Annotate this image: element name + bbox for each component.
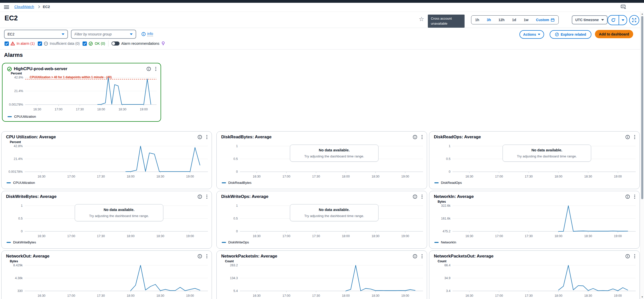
chart-legend[interactable]: DiskWriteOps [222, 240, 249, 244]
metric-card-disk-read-ops: DiskReadOps: Average10.5016:3017:0017:30… [429, 131, 640, 189]
svg-text:16:30: 16:30 [33, 108, 41, 111]
metric-card-disk-write-bytes: DiskWriteBytes: Average10.5016:3017:0017… [1, 191, 212, 249]
svg-text:322.6k: 322.6k [441, 204, 450, 207]
alarm-card: HighCPU-prod-web-serverPercent42.8%21.4%… [2, 63, 161, 122]
svg-text:0: 0 [236, 230, 238, 233]
in-alarm-checkbox[interactable] [5, 41, 9, 46]
svg-text:330: 330 [17, 289, 23, 293]
refresh-icon[interactable] [608, 16, 619, 25]
add-to-dashboard-button[interactable]: Add to dashboard [595, 30, 633, 38]
scrollbar-thumb[interactable] [641, 16, 643, 199]
svg-text:5.4: 5.4 [234, 289, 238, 293]
svg-text:42.8%: 42.8% [14, 144, 23, 148]
chart-legend[interactable]: DiskWriteBytes [7, 240, 36, 244]
vertical-scrollbar: ▲ ▼ [640, 12, 644, 299]
svg-text:475.2: 475.2 [443, 230, 450, 233]
svg-text:19:00: 19:00 [401, 294, 409, 297]
chart-plot-area: 42.8%21.4%0.00178%16:3017:0017:3018:0018… [2, 132, 212, 189]
scrollbar-down-arrow[interactable]: ▼ [641, 296, 643, 298]
svg-text:8.429k: 8.429k [13, 264, 23, 267]
chart-plot-area: 66.434.93.416:3017:0017:3018:0018:3019:0… [429, 251, 639, 299]
chart-legend[interactable]: NetworkIn [434, 240, 456, 244]
svg-text:42.8%: 42.8% [14, 76, 23, 79]
metric-line-series [131, 265, 200, 291]
svg-text:18:30: 18:30 [371, 234, 379, 238]
actions-button[interactable]: Actions [519, 30, 544, 39]
scrollbar-up-arrow[interactable]: ▲ [641, 13, 643, 15]
chart-legend[interactable]: DiskReadBytes [222, 181, 251, 185]
svg-text:17:30: 17:30 [312, 175, 320, 178]
cross-account-tooltip: Cross account unavailable [428, 15, 465, 28]
svg-text:34.9: 34.9 [444, 276, 450, 280]
legend-label: DiskReadOps [441, 181, 462, 185]
svg-text:17:00: 17:00 [282, 234, 290, 238]
svg-text:0: 0 [236, 170, 238, 174]
timezone-select[interactable]: UTC timezone [572, 15, 608, 24]
svg-text:19:00: 19:00 [401, 175, 409, 178]
insufficient-data-checkbox[interactable] [38, 41, 42, 46]
alarm-threshold-annotation: CPUUtilization > 40 for 1 datapoints wit… [30, 75, 112, 79]
svg-text:18:00: 18:00 [554, 234, 562, 238]
caret-down-icon [601, 19, 604, 21]
metric-namespace-select[interactable]: EC2 [4, 30, 68, 39]
svg-text:18:30: 18:30 [156, 175, 164, 178]
svg-text:16:30: 16:30 [465, 175, 473, 178]
metric-card-network-packets-in: NetworkPacketsIn: AverageCount263.2134.3… [216, 250, 427, 299]
info-link[interactable]: info [141, 32, 153, 36]
svg-text:263.2: 263.2 [230, 264, 238, 267]
metric-card-disk-read-bytes: DiskReadBytes: Average10.5016:3017:0017:… [216, 131, 427, 189]
metric-card-disk-write-ops: DiskWriteOps: Average10.5016:3017:0017:3… [216, 191, 427, 249]
breadcrumb-link-cloudwatch[interactable]: CloudWatch [14, 5, 34, 9]
time-range-1d[interactable]: 1d [508, 18, 520, 22]
svg-text:19:00: 19:00 [140, 108, 148, 111]
svg-text:17:30: 17:30 [97, 234, 105, 238]
svg-text:19:00: 19:00 [401, 234, 409, 238]
no-data-overlay: No data available.Try adjusting the dash… [503, 145, 591, 162]
svg-text:18:30: 18:30 [371, 294, 379, 297]
svg-text:17:30: 17:30 [97, 175, 105, 178]
svg-text:3.4: 3.4 [446, 289, 450, 293]
time-range-3h-selected[interactable]: 3h [483, 18, 495, 22]
svg-text:18:00: 18:00 [97, 108, 105, 111]
svg-text:18:00: 18:00 [342, 294, 350, 297]
caret-down-icon [538, 34, 540, 35]
svg-text:17:00: 17:00 [67, 234, 75, 238]
svg-text:161.6k: 161.6k [441, 217, 450, 220]
chart-plot-area: 263.2134.35.416:3017:0017:3018:0018:3019… [217, 251, 427, 299]
svg-text:21.4%: 21.4% [14, 157, 23, 161]
insufficient-data-icon [44, 41, 48, 46]
refresh-options-caret[interactable] [619, 16, 627, 25]
filter-separator [108, 40, 108, 47]
external-share-icon[interactable] [621, 4, 627, 11]
time-range-1w[interactable]: 1w [520, 18, 532, 22]
svg-text:21.4%: 21.4% [14, 89, 23, 93]
svg-text:17:30: 17:30 [525, 294, 533, 297]
svg-text:1: 1 [236, 204, 238, 207]
svg-text:18:30: 18:30 [584, 294, 592, 297]
svg-text:17:00: 17:00 [67, 294, 75, 297]
legend-label: NetworkIn [441, 240, 456, 244]
svg-text:18:30: 18:30 [119, 108, 126, 111]
resource-group-filter-select[interactable]: Filter by resource group [71, 30, 136, 39]
time-range-1h[interactable]: 1h [471, 18, 483, 22]
alarm-recommendations-toggle[interactable] [111, 41, 120, 46]
compass-icon [555, 32, 559, 36]
star-favorite-icon[interactable]: ☆ [419, 16, 424, 23]
legend-label: DiskReadBytes [228, 181, 251, 185]
chart-legend[interactable]: CPUUtilization [7, 181, 35, 185]
time-range-custom[interactable]: Custom [532, 18, 558, 22]
svg-text:1: 1 [21, 204, 23, 207]
explore-related-button[interactable]: Explore related [550, 30, 591, 39]
svg-text:17:00: 17:00 [67, 175, 75, 178]
console-top-bar [0, 0, 644, 3]
chart-legend[interactable]: CPUUtilization [8, 115, 36, 118]
chart-plot-area: 42.8%21.4%0.00178%16:3017:0017:3018:0018… [3, 63, 161, 121]
time-range-12h[interactable]: 12h [495, 18, 508, 22]
chart-legend[interactable]: DiskReadOps [434, 181, 462, 185]
menu-icon[interactable] [4, 5, 9, 10]
fullscreen-button[interactable] [629, 15, 639, 25]
svg-text:17:00: 17:00 [495, 175, 503, 178]
svg-text:18:30: 18:30 [156, 294, 164, 297]
legend-label: CPUUtilization [13, 181, 35, 185]
ok-checkbox[interactable] [83, 41, 87, 46]
